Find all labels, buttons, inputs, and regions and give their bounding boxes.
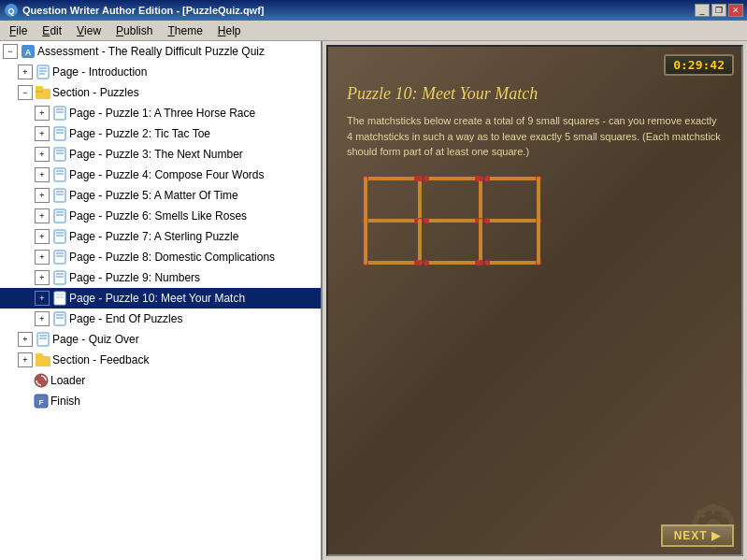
tree-item-puzzle2[interactable]: + Page - Puzzle 2: Tic Tac Toe: [0, 123, 321, 144]
menu-help[interactable]: Help: [210, 22, 249, 40]
puzzle9-icon: [52, 270, 67, 285]
puzzle3-label: Page - Puzzle 3: The Next Number: [69, 148, 243, 161]
expand-puzzle7[interactable]: +: [35, 229, 50, 244]
app-icon: Q: [4, 3, 19, 18]
tree-item-puzzle6[interactable]: + Page - Puzzle 6: Smells Like Roses: [0, 206, 321, 226]
preview-content: 0:29:42 Puzzle 10: Meet Your Match The m…: [326, 45, 743, 556]
svg-rect-10: [36, 86, 43, 91]
tree-item-puzzle7[interactable]: + Page - Puzzle 7: A Sterling Puzzle: [0, 226, 321, 247]
svg-rect-95: [711, 504, 715, 513]
puzzle7-label: Page - Puzzle 7: A Sterling Puzzle: [69, 230, 238, 243]
menu-view[interactable]: View: [69, 22, 108, 40]
tree-item-end-puzzles[interactable]: + Page - End Of Puzzles: [0, 309, 321, 329]
expand-puzzle8[interactable]: +: [35, 250, 50, 265]
puzzle2-label: Page - Puzzle 2: Tic Tac Toe: [69, 127, 210, 140]
svg-rect-26: [54, 209, 65, 223]
next-button[interactable]: NEXT ▶: [661, 524, 734, 547]
tree-item-section-feedback[interactable]: + Section - Feedback: [0, 350, 321, 370]
svg-rect-11: [54, 107, 65, 120]
svg-rect-32: [54, 251, 65, 264]
expand-puzzle4[interactable]: +: [35, 167, 50, 182]
restore-button[interactable]: ❒: [711, 4, 726, 17]
expand-puzzle2[interactable]: +: [35, 126, 50, 141]
finish-label: Finish: [50, 395, 80, 408]
expand-quiz-over[interactable]: +: [18, 332, 33, 347]
page-intro-icon: [36, 65, 50, 79]
menu-publish[interactable]: Publish: [108, 22, 160, 40]
expand-assessment[interactable]: −: [3, 44, 18, 59]
puzzle-background: 0:29:42 Puzzle 10: Meet Your Match The m…: [328, 47, 741, 554]
puzzle2-icon: [52, 126, 67, 141]
loader-label: Loader: [50, 374, 85, 387]
tree-item-page-intro[interactable]: + Page - Introduction: [0, 62, 321, 82]
svg-rect-35: [54, 271, 65, 284]
tree-item-puzzle3[interactable]: + Page - Puzzle 3: The Next Number: [0, 144, 321, 165]
svg-rect-41: [54, 312, 65, 325]
tree-item-puzzle5[interactable]: + Page - Puzzle 5: A Matter Of Time: [0, 185, 321, 206]
preview-panel: 0:29:42 Puzzle 10: Meet Your Match The m…: [323, 41, 747, 560]
puzzle5-label: Page - Puzzle 5: A Matter Of Time: [69, 189, 238, 202]
expand-puzzle5[interactable]: +: [35, 188, 50, 203]
svg-point-82: [417, 176, 423, 181]
tree-item-puzzle9[interactable]: + Page - Puzzle 9: Numbers: [0, 267, 321, 288]
svg-point-68: [484, 218, 490, 223]
puzzle10-label: Page - Puzzle 10: Meet Your Match: [69, 292, 245, 305]
menu-bar: File Edit View Publish Theme Help: [0, 21, 747, 41]
svg-rect-4: [37, 65, 49, 79]
main-layout: − A Assessment - The Really Difficult Pu…: [0, 41, 747, 560]
tree-item-assessment[interactable]: − A Assessment - The Really Difficult Pu…: [0, 41, 321, 62]
tree-panel[interactable]: − A Assessment - The Really Difficult Pu…: [0, 41, 323, 560]
window-title: Question Writer Author Edition - [Puzzle…: [22, 5, 695, 16]
svg-text:A: A: [25, 48, 32, 57]
puzzle3-icon: [52, 147, 67, 162]
section-puzzles-icon: [36, 85, 50, 100]
svg-point-77: [484, 260, 490, 266]
tree-item-puzzle1[interactable]: + Page - Puzzle 1: A Three Horse Race: [0, 103, 321, 123]
puzzle6-icon: [52, 208, 67, 223]
puzzle5-icon: [52, 188, 67, 203]
section-feedback-icon: [36, 352, 50, 367]
puzzle-title: Puzzle 10: Meet Your Match: [347, 84, 723, 104]
quiz-over-icon: [36, 332, 50, 347]
svg-point-85: [417, 260, 423, 266]
close-button[interactable]: ✕: [728, 4, 743, 17]
puzzle1-label: Page - Puzzle 1: A Three Horse Race: [69, 107, 255, 120]
end-puzzles-label: Page - End Of Puzzles: [69, 312, 182, 325]
tree-item-section-puzzles[interactable]: − Section - Puzzles: [0, 82, 321, 103]
title-bar: Q Question Writer Author Edition - [Puzz…: [0, 0, 747, 21]
minimize-button[interactable]: _: [695, 4, 710, 17]
menu-theme[interactable]: Theme: [160, 22, 209, 40]
expand-end-puzzles[interactable]: +: [35, 311, 50, 326]
timer-display: 0:29:42: [664, 54, 734, 76]
expand-puzzle10[interactable]: +: [35, 291, 50, 306]
svg-rect-44: [37, 333, 49, 346]
tree-item-puzzle4[interactable]: + Page - Puzzle 4: Compose Four Words: [0, 165, 321, 185]
menu-file[interactable]: File: [2, 22, 35, 40]
svg-point-87: [478, 176, 483, 181]
tree-item-loader[interactable]: Loader: [0, 370, 321, 391]
expand-puzzle6[interactable]: +: [35, 208, 50, 223]
tree-item-finish[interactable]: F Finish: [0, 391, 321, 411]
expand-puzzle3[interactable]: +: [35, 147, 50, 162]
expand-page-intro[interactable]: +: [18, 65, 33, 79]
puzzle6-label: Page - Puzzle 6: Smells Like Roses: [69, 209, 247, 223]
svg-point-74: [424, 260, 429, 266]
svg-text:F: F: [39, 398, 44, 407]
tree-item-puzzle10[interactable]: + Page - Puzzle 10: Meet Your Match: [0, 288, 321, 309]
tree-item-quiz-over[interactable]: + Page - Quiz Over: [0, 329, 321, 350]
expand-puzzle1[interactable]: +: [35, 106, 50, 121]
puzzle8-icon: [52, 250, 67, 265]
svg-point-56: [424, 176, 429, 181]
expand-section-feedback[interactable]: +: [18, 352, 33, 367]
expand-section-puzzles[interactable]: −: [18, 85, 33, 100]
matchstick-svg: [347, 169, 590, 281]
svg-rect-23: [54, 189, 65, 202]
menu-edit[interactable]: Edit: [35, 22, 69, 40]
puzzle7-icon: [52, 229, 67, 244]
expand-puzzle9[interactable]: +: [35, 270, 50, 285]
puzzle4-icon: [52, 167, 67, 182]
window-controls[interactable]: _ ❒ ✕: [695, 4, 743, 17]
svg-rect-29: [54, 230, 65, 243]
svg-point-65: [424, 218, 429, 223]
tree-item-puzzle8[interactable]: + Page - Puzzle 8: Domestic Complication…: [0, 247, 321, 267]
